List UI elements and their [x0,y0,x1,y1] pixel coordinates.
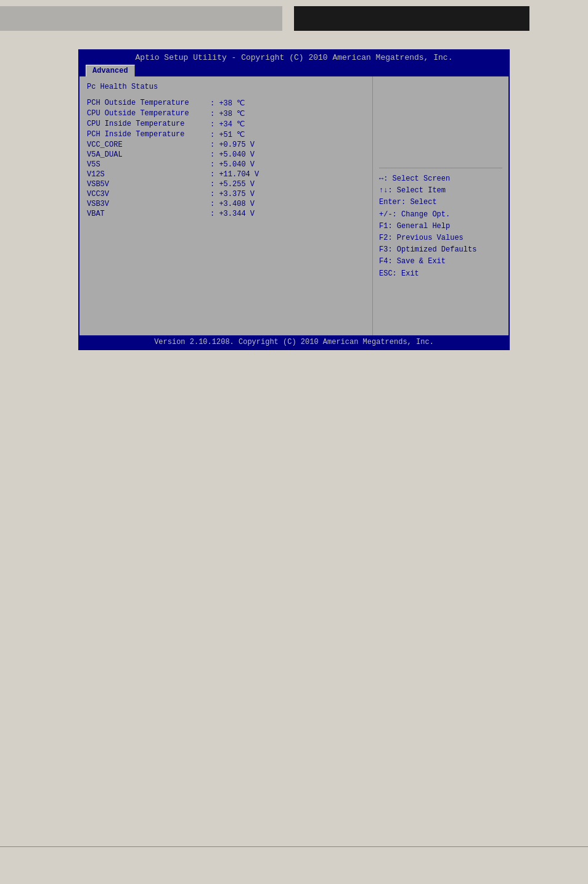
row-label: VCC3V [87,190,210,198]
row-label: VSB5V [87,180,210,189]
row-label: PCH Inside Temperature [87,130,210,139]
table-row: V12S: +11.704 V [87,170,365,179]
bios-title-bar: Aptio Setup Utility - Copyright (C) 2010… [80,51,508,63]
top-header [0,0,588,37]
bios-tab-row: Advanced [80,63,508,76]
row-label: VCC_CORE [87,141,210,149]
row-label: V5S [87,160,210,169]
bios-version: Version 2.10.1208. Copyright (C) 2010 Am… [154,338,434,346]
row-label: PCH Outside Temperature [87,99,210,108]
help-f4: F4: Save & Exit [379,256,502,268]
bios-title: Aptio Setup Utility - Copyright (C) 2010… [136,53,453,62]
bottom-rule [0,846,588,847]
bios-help-text: ↔: Select Screen ↑↓: Select Item Enter: … [379,173,502,280]
help-change-opt: +/-: Change Opt. [379,209,502,221]
help-enter-select: Enter: Select [379,197,502,208]
table-row: CPU Outside Temperature: +38 ℃ [87,109,365,118]
table-row: VSB3V: +3.408 V [87,200,365,208]
table-row: PCH Inside Temperature: +51 ℃ [87,130,365,139]
table-row: CPU Inside Temperature: +34 ℃ [87,120,365,129]
page-background: Aptio Setup Utility - Copyright (C) 2010… [0,0,588,884]
table-row: VCC_CORE: +0.975 V [87,141,365,149]
row-label: VSB3V [87,200,210,208]
help-f1: F1: General Help [379,221,502,232]
header-left-bar [0,6,282,31]
header-right-bar [294,6,529,31]
row-label: VBAT [87,210,210,218]
row-value: : +3.344 V [210,210,255,218]
row-value: : +0.975 V [210,141,255,149]
help-divider [379,168,502,168]
row-value: : +3.375 V [210,190,255,198]
row-value: : +3.408 V [210,200,255,208]
row-value: : +5.040 V [210,160,255,169]
table-row: PCH Outside Temperature: +38 ℃ [87,99,365,108]
bios-right-panel: ↔: Select Screen ↑↓: Select Item Enter: … [373,76,508,335]
row-value: : +5.255 V [210,180,255,189]
bios-left-panel: Pc Health Status PCH Outside Temperature… [80,76,373,335]
table-row: V5S: +5.040 V [87,160,365,169]
help-f3: F3: Optimized Defaults [379,244,502,256]
help-f2: F2: Previous Values [379,232,502,244]
row-label: CPU Outside Temperature [87,109,210,118]
row-value: : +5.040 V [210,150,255,159]
table-row: VBAT: +3.344 V [87,210,365,218]
row-label: V12S [87,170,210,179]
tab-advanced[interactable]: Advanced [86,65,135,76]
table-row: VCC3V: +3.375 V [87,190,365,198]
bios-footer: Version 2.10.1208. Copyright (C) 2010 Am… [80,335,508,349]
row-value: : +38 ℃ [210,99,245,108]
section-title: Pc Health Status [87,83,365,91]
row-value: : +38 ℃ [210,109,245,118]
row-label: CPU Inside Temperature [87,120,210,129]
help-select-item: ↑↓: Select Item [379,185,502,197]
bios-main: Pc Health Status PCH Outside Temperature… [80,76,508,335]
help-esc: ESC: Exit [379,268,502,280]
bios-container: Aptio Setup Utility - Copyright (C) 2010… [78,49,510,350]
row-label: V5A_DUAL [87,150,210,159]
table-row: V5A_DUAL: +5.040 V [87,150,365,159]
help-select-screen: ↔: Select Screen [379,173,502,185]
bios-rows-container: PCH Outside Temperature: +38 ℃CPU Outsid… [87,99,365,218]
table-row: VSB5V: +5.255 V [87,180,365,189]
row-value: : +34 ℃ [210,120,245,129]
row-value: : +51 ℃ [210,130,245,139]
row-value: : +11.704 V [210,170,259,179]
